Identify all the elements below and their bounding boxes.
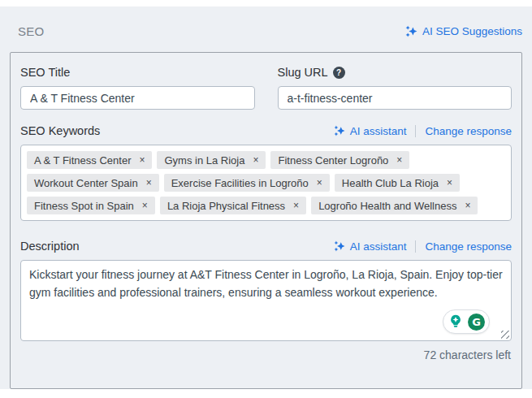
ai-assistant-label: AI assistant: [350, 240, 407, 253]
suggestion-lightbulb-icon[interactable]: [448, 314, 464, 330]
keywords-ai-assistant-button[interactable]: AI assistant: [334, 125, 407, 137]
ai-seo-suggestions-button[interactable]: AI SEO Suggestions: [405, 25, 522, 37]
keyword-chip-label: Gyms in La Rioja: [164, 154, 244, 167]
keyword-chip: Logroño Health and Wellness ×: [311, 197, 478, 214]
slug-url-input[interactable]: [278, 86, 513, 110]
remove-keyword-icon[interactable]: ×: [253, 155, 258, 165]
ai-seo-suggestions-label: AI SEO Suggestions: [422, 25, 522, 37]
seo-title-input[interactable]: [20, 86, 255, 110]
slug-url-label: Slug URL ?: [278, 66, 513, 79]
ai-sparkle-icon: [334, 125, 345, 136]
description-header: Description AI assistant Change response: [20, 240, 512, 253]
remove-keyword-icon[interactable]: ×: [146, 178, 152, 188]
keyword-chip: Workout Center Spain ×: [27, 174, 159, 192]
seo-section: SEO AI SEO Suggestions SEO Title Slug UR…: [0, 6, 532, 389]
remove-keyword-icon[interactable]: ×: [396, 155, 402, 165]
link-divider: [415, 240, 416, 253]
remove-keyword-icon[interactable]: ×: [139, 155, 145, 165]
section-title: SEO: [18, 24, 45, 38]
keyword-chip: Exercise Facilities in Logroño ×: [164, 174, 330, 192]
keyword-chip: Fitness Spot in Spain ×: [27, 197, 155, 214]
keyword-chip: La Rioja Physical Fitness ×: [160, 197, 306, 214]
remove-keyword-icon[interactable]: ×: [447, 178, 452, 188]
ai-sparkle-icon: [334, 240, 345, 252]
ai-sparkle-icon: [405, 25, 417, 37]
keyword-chip-label: Health Club La Rioja: [342, 177, 439, 189]
seo-keywords-label: SEO Keywords: [20, 124, 100, 137]
keyword-chip-label: Logroño Health and Wellness: [318, 200, 456, 212]
keyword-chip-label: Workout Center Spain: [34, 177, 138, 189]
keyword-chip: A & T Fitness Center ×: [27, 151, 152, 169]
writing-assistant-pill: G: [443, 309, 490, 334]
description-change-response-button[interactable]: Change response: [425, 240, 512, 253]
description-textarea[interactable]: Kickstart your fitness journey at A&T Fi…: [20, 260, 512, 341]
keyword-chip: Health Club La Rioja ×: [335, 174, 460, 192]
remove-keyword-icon[interactable]: ×: [465, 201, 470, 210]
seo-title-label: SEO Title: [20, 66, 255, 79]
seo-card: SEO Title Slug URL ? SEO Keywords AI ass…: [10, 52, 522, 389]
remove-keyword-icon[interactable]: ×: [142, 201, 148, 210]
keyword-chip-label: Fitness Spot in Spain: [34, 200, 134, 212]
keyword-chip-label: La Rioja Physical Fitness: [167, 200, 285, 212]
section-header: SEO AI SEO Suggestions: [10, 6, 522, 38]
description-label: Description: [20, 240, 80, 253]
grammarly-icon[interactable]: G: [468, 314, 485, 331]
remove-keyword-icon[interactable]: ×: [293, 201, 299, 210]
keywords-tags-box[interactable]: A & T Fitness Center × Gyms in La Rioja …: [20, 145, 512, 221]
keyword-chip-label: Fitness Center Logroño: [278, 154, 388, 167]
textarea-resize-handle[interactable]: [501, 331, 509, 339]
keyword-chip: Fitness Center Logroño ×: [270, 151, 409, 169]
keyword-chip: Gyms in La Rioja ×: [157, 151, 266, 169]
keywords-change-response-button[interactable]: Change response: [425, 125, 512, 137]
slug-help-icon[interactable]: ?: [333, 67, 345, 79]
keywords-header: SEO Keywords AI assistant Change respons…: [20, 124, 512, 137]
characters-left-counter: 72 characters left: [20, 348, 512, 361]
remove-keyword-icon[interactable]: ×: [317, 178, 322, 188]
link-divider: [415, 125, 416, 137]
keyword-chip-label: A & T Fitness Center: [34, 154, 131, 167]
description-ai-assistant-button[interactable]: AI assistant: [334, 240, 407, 253]
ai-assistant-label: AI assistant: [350, 125, 407, 137]
keyword-chip-label: Exercise Facilities in Logroño: [171, 177, 309, 189]
